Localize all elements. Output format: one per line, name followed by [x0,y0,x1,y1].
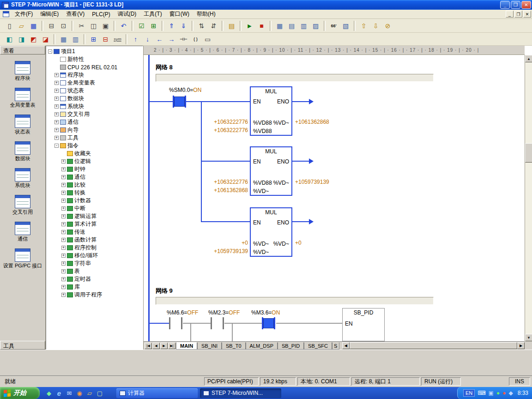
sidebar-item-communication[interactable]: 通信 [0,222,45,242]
tree-expander[interactable]: + [54,120,59,124]
start-button[interactable]: 开始 [0,387,40,399]
tree-expander[interactable]: + [54,112,59,116]
horizontal-scroll-thumb[interactable] [350,342,517,349]
tree-item-program-block[interactable]: + 程序块 [46,71,143,79]
sidebar-item-global-var-table[interactable]: 全局变量表 [0,88,45,108]
save-button[interactable]: ▦ [28,20,39,31]
next-bookmark-button[interactable]: ◨ [16,34,27,45]
antivirus-icon[interactable]: ◆ [44,388,54,398]
minimize-button[interactable]: _ [500,1,510,9]
tree-expander[interactable]: + [61,206,66,211]
tree-item-logic-operations[interactable]: + 逻辑运算 [46,212,143,220]
contact-m23[interactable] [223,317,224,329]
menu-edit[interactable]: 编辑(E) [36,9,62,19]
status-red-icon[interactable]: ● [502,390,506,396]
vertical-scroll-thumb[interactable] [525,143,532,163]
view-symbol-table-button[interactable]: ▥ [298,20,309,31]
menu-file[interactable]: 文件(F) [11,9,36,19]
tree-item-table[interactable]: + 表 [46,267,143,275]
line-down-button[interactable]: ↓ [142,34,153,45]
delete-network-button[interactable]: ⊟ [100,34,111,45]
taskbar-button-calculator[interactable]: 计算器 [116,388,198,398]
compile-button[interactable]: ☑ [136,20,147,31]
menu-view[interactable]: 查看(V) [62,9,88,19]
tree-expander[interactable]: + [61,269,66,273]
sort-descending-button[interactable]: ⇵ [208,20,219,31]
tree-item-math[interactable]: + 算术计算 [46,220,143,228]
media-player-icon[interactable]: ◉ [75,388,84,398]
mdi-restore-button[interactable]: ❐ [514,11,522,18]
show-desktop-icon[interactable]: ▢ [95,388,104,398]
menu-tools[interactable]: 工具(T) [140,9,165,19]
download-button[interactable]: ⇓ [178,20,189,31]
tree-expander[interactable]: + [54,136,59,140]
tree-item-data-block[interactable]: + 数据块 [46,95,143,103]
tree-expander[interactable]: + [61,261,66,266]
restore-button[interactable]: ❐ [511,1,520,9]
tree-item-wizard[interactable]: + 向导 [46,126,143,134]
paste-button[interactable]: ▣ [100,20,111,31]
tab-partial[interactable]: S [332,342,339,350]
chart-status-button[interactable]: ▧ [340,20,351,31]
tree-expander[interactable]: + [54,104,59,109]
tree-item-communication[interactable]: + 通信 [46,118,143,126]
tree-expander[interactable]: + [61,230,66,234]
mdi-close-button[interactable]: ✕ [523,11,531,18]
contact-m36-energized[interactable] [263,318,274,328]
tree-item-cpu[interactable]: CPU 226 REL 02.01 [46,63,143,71]
tree-item-project[interactable]: - 项目1 [46,48,143,55]
sidebar-item-data-block[interactable]: 数据块 [0,141,45,161]
tree-item-interrupt[interactable]: + 中断 [46,205,143,212]
tree-item-clock[interactable]: + 时钟 [46,165,143,173]
sidebar-item-program-block[interactable]: 程序块 [0,61,45,81]
tree-item-compare[interactable]: + 比较 [46,181,143,189]
run-button[interactable]: ► [244,20,255,31]
tree-item-program-control[interactable]: + 程序控制 [46,244,143,252]
tree-expander[interactable]: + [61,199,66,203]
sym-view-button[interactable]: sym [112,34,123,45]
sidebar-item-set-pgpc[interactable]: 设置 PG/PC 接口 [0,248,45,268]
tab-nav-first[interactable]: |◀ [145,343,152,349]
symbol-info-button[interactable]: ▥ [70,34,81,45]
tree-expander[interactable]: + [61,254,66,258]
scroll-left-button[interactable]: ◀ [342,342,350,349]
cut-button[interactable]: ✂ [76,20,87,31]
tree-expander[interactable]: + [61,214,66,218]
sidebar-item-status-chart[interactable]: 状态表 [0,115,45,134]
sidebar-item-cross-reference[interactable]: 交叉引用 [0,195,45,215]
tab-nav-prev[interactable]: ◀ [152,343,160,349]
new-button[interactable]: ▯ [4,20,15,31]
network-8-label[interactable]: 网络 8 [156,63,173,72]
tree-item-global-var-table[interactable]: + 全局变量表 [46,79,143,87]
tree-expander[interactable]: + [61,293,66,297]
tree-expander[interactable]: + [61,191,66,195]
tree-item-library[interactable]: + 库 [46,283,143,291]
tree-item-move[interactable]: + 传送 [46,228,143,236]
mdi-minimize-button[interactable]: _ [506,11,514,18]
line-left-button[interactable]: ← [154,34,165,45]
taskbar-button-step7[interactable]: STEP 7-Micro/WIN... [200,388,281,398]
sort-ascending-button[interactable]: ⇅ [196,20,207,31]
navbar-header-tools[interactable]: 工具 [0,341,45,350]
tree-item-cross-reference[interactable]: + 交叉引用 [46,110,143,118]
copy-button[interactable]: ◫ [88,20,99,31]
view-status-chart-button[interactable]: ▨ [310,20,321,31]
clear-bookmark-button[interactable]: ◪ [40,34,51,45]
tree-item-counter[interactable]: + 计数器 [46,197,143,205]
contact-m66[interactable] [181,317,182,329]
tab-alm-dsp[interactable]: ALM_DSP [246,342,278,350]
sb-pid-block[interactable]: SB_PID EN [342,308,385,341]
mul-block-3[interactable]: MUL EN ENO %VD~ %VD~ %VD~ [250,207,292,257]
stop-button[interactable]: ■ [256,20,267,31]
scroll-right-button[interactable]: ▶ [517,342,525,349]
tree-expander[interactable]: + [61,285,66,289]
tree-expander[interactable]: + [54,97,59,101]
tree-expander[interactable]: + [61,175,66,179]
toggle-bookmark-button[interactable]: ◧ [4,34,15,45]
tree-item-timer[interactable]: + 定时器 [46,275,143,283]
tree-expander[interactable]: - [54,144,59,148]
menu-plc[interactable]: PLC(P) [88,10,114,18]
open-button[interactable]: ▱ [16,20,27,31]
view-stl-button[interactable]: ▤ [286,20,297,31]
close-button[interactable]: ✕ [521,1,531,9]
